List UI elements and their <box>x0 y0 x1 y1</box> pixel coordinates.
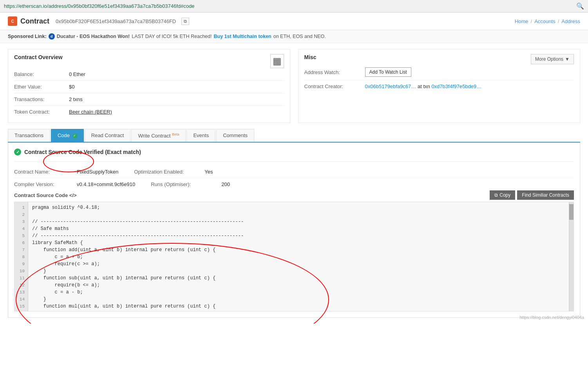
nav-links: Home / Accounts / Address <box>515 18 580 24</box>
line-number-14: 14 <box>18 296 25 303</box>
contract-address: 0x95b0bF320F6E51ef3439aa673a7ca7B5B03746… <box>56 18 176 24</box>
scrollbar-thumb[interactable] <box>569 204 574 220</box>
line-number-7: 7 <box>18 246 25 253</box>
code-section: ✓ Contract Source Code Verified (Exact m… <box>8 143 580 318</box>
source-code-actions: ⧉ Copy Find Similiar Contracts <box>490 190 574 200</box>
code-line-12: require(b <= a); <box>32 282 570 289</box>
overview-grid: Contract Overview ▦ Balance: 0 Ether Eth… <box>8 49 580 123</box>
code-line-11: function sub(uint a, uint b) internal pu… <box>32 275 570 282</box>
tab-comments-label: Comments <box>223 132 248 138</box>
source-code-title: Contract Source Code </> <box>14 192 77 198</box>
token-contract-label: Token Contract: <box>14 109 61 115</box>
compiler-version-row: Compiler Version: v0.4.18+commit.9cf6e91… <box>14 178 574 190</box>
copy-button[interactable]: ⧉ Copy <box>490 190 515 200</box>
qr-code-icon: ▦ <box>270 54 284 68</box>
compiler-version-label: Compiler Version: <box>14 181 77 187</box>
contract-label: Contract <box>20 17 49 25</box>
logo-area: C Contract 0x95b0bF320F6E51ef3439aa673a7… <box>8 16 189 26</box>
verified-text: Contract Source Code Verified (Exact mat… <box>24 149 141 155</box>
more-options-chevron: ▼ <box>565 56 570 62</box>
tab-code[interactable]: Code ✓ <box>51 129 84 142</box>
transactions-value: 2 txns <box>69 96 83 102</box>
contract-creator-row: Contract Creator: 0x06b5179ebfa9c67… at … <box>304 80 574 92</box>
balance-row: Balance: 0 Ether <box>14 68 284 81</box>
find-similar-button[interactable]: Find Similiar Contracts <box>517 190 574 200</box>
code-line-2 <box>32 211 570 218</box>
line-number-6: 6 <box>18 239 25 246</box>
code-line-7: function add(uint a, uint b) internal pu… <box>32 246 570 253</box>
sponsored-link[interactable]: Buy 1st Multichain token <box>213 34 271 39</box>
optimization-value: Yes <box>204 169 213 175</box>
line-number-5: 5 <box>18 232 25 239</box>
browser-url: https://etherscan.io/address/0x95b0bf320… <box>4 3 194 9</box>
ether-value-row: Ether Value: $0 <box>14 81 284 93</box>
tab-read-contract-label: Read Contract <box>91 132 124 138</box>
creator-address-link[interactable]: 0x06b5179ebfa9c67… <box>365 83 416 89</box>
more-options-label: More Options <box>535 56 563 62</box>
accounts-link[interactable]: Accounts <box>534 18 555 24</box>
line-number-8: 8 <box>18 253 25 261</box>
address-link[interactable]: Address <box>561 18 580 24</box>
find-similar-label: Find Similiar Contracts <box>522 192 569 198</box>
watermark: https://blog.csdn.net/dengyi0404a <box>519 315 584 320</box>
line-number-10: 10 <box>18 268 25 275</box>
more-options-button[interactable]: More Options ▼ <box>531 54 574 64</box>
runs-label: Runs (Optimiser): <box>151 181 221 187</box>
line-number-15: 15 <box>18 303 25 310</box>
tab-events[interactable]: Events <box>186 129 215 142</box>
line-number-4: 4 <box>18 225 25 232</box>
address-watch-label: Address Watch: <box>304 69 359 75</box>
overview-title: Contract Overview <box>14 54 63 60</box>
tab-read-contract[interactable]: Read Contract <box>85 129 131 142</box>
code-content: pragma solidity ^0.4.18; // ------------… <box>28 202 574 311</box>
sponsored-label: Sponsored Link: <box>8 34 47 39</box>
tab-code-label: Code <box>58 132 70 138</box>
code-lines: 123456789101112131415 pragma solidity ^0… <box>14 202 574 311</box>
copy-icon: ⧉ <box>494 192 498 198</box>
sponsored-text2: on ETH, EOS and NEO. <box>273 34 326 39</box>
top-nav: C Contract 0x95b0bF320F6E51ef3439aa673a7… <box>0 13 588 30</box>
creator-txn-link[interactable]: 0xd7b3f4f97e5bde9… <box>431 83 481 89</box>
code-verified-dot: ✓ <box>72 134 77 138</box>
code-line-8: c = a + b; <box>32 253 570 261</box>
code-line-1: pragma solidity ^0.4.18; <box>32 204 570 211</box>
browser-search-icon: 🔍 <box>576 2 584 10</box>
tab-write-contract-label: Write Contract <box>138 133 170 139</box>
sponsored-bar: Sponsored Link: d Ducatur - EOS Hackatho… <box>0 30 588 43</box>
balance-label: Balance: <box>14 71 61 77</box>
ether-value-label: Ether Value: <box>14 84 61 90</box>
contract-creator-value: 0x06b5179ebfa9c67… at txn 0xd7b3f4f97e5b… <box>365 83 482 89</box>
contract-info: Contract Name: FixedSupplyToken Optimiza… <box>14 161 574 190</box>
verified-banner: ✓ Contract Source Code Verified (Exact m… <box>14 148 574 156</box>
source-code-header: Contract Source Code </> ⧉ Copy Find Sim… <box>14 190 574 200</box>
tab-write-contract[interactable]: Write Contract Beta <box>131 129 186 142</box>
contract-name-label: Contract Name: <box>14 169 77 175</box>
misc-card: Misc More Options ▼ Address Watch: Add T… <box>298 49 581 123</box>
verified-icon: ✓ <box>14 148 21 156</box>
runs-value: 200 <box>221 181 230 187</box>
line-number-2: 2 <box>18 211 25 218</box>
add-to-watchlist-button[interactable]: Add To Watch List <box>365 67 411 77</box>
transactions-label: Transactions: <box>14 96 61 102</box>
ether-value-value: $0 <box>69 84 74 90</box>
line-numbers: 123456789101112131415 <box>14 202 28 311</box>
nav-sep2: / <box>558 18 559 24</box>
line-number-13: 13 <box>18 289 25 296</box>
scrollbar[interactable] <box>569 202 574 311</box>
beta-badge: Beta <box>172 132 179 136</box>
sponsored-text: LAST DAY of ICO! 5k ETH Reached! <box>132 34 212 39</box>
home-link[interactable]: Home <box>515 18 528 24</box>
code-editor[interactable]: 123456789101112131415 pragma solidity ^0… <box>14 202 574 311</box>
code-line-6: library SafeMath { <box>32 239 570 246</box>
tab-transactions[interactable]: Transactions <box>8 129 50 142</box>
token-contract-link[interactable]: Beer chain (BEER) <box>69 109 112 115</box>
sponsored-icon: d <box>49 33 55 40</box>
copy-address-button[interactable]: ⧉ <box>181 18 189 25</box>
tab-events-label: Events <box>193 132 209 138</box>
txn-prefix: at txn <box>418 83 431 89</box>
tab-comments[interactable]: Comments <box>216 129 254 142</box>
contract-overview-card: Contract Overview ▦ Balance: 0 Ether Eth… <box>8 49 290 123</box>
code-line-3: // -------------------------------------… <box>32 218 570 225</box>
sponsored-company: Ducatur - EOS Hackathon Won! <box>57 34 130 39</box>
balance-value: 0 Ether <box>69 71 85 77</box>
